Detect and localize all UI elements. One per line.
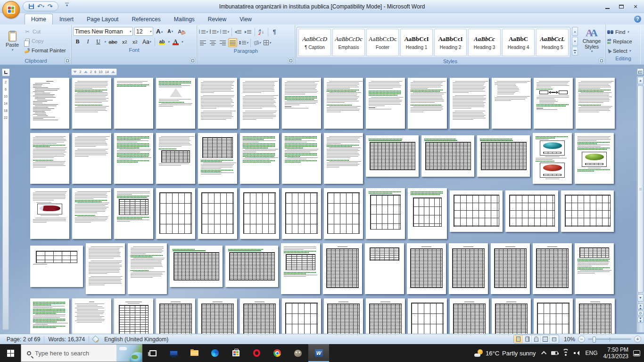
taskbar-search[interactable]: Type here to search [21, 344, 142, 362]
action-center-icon[interactable] [633, 350, 640, 356]
numbering-button[interactable]: ▾ [209, 27, 219, 36]
task-view-button[interactable] [142, 344, 163, 362]
taskbar-store[interactable] [225, 344, 246, 362]
zoom-slider[interactable] [588, 338, 631, 340]
page-thumbnail[interactable] [225, 246, 278, 287]
style-footer[interactable]: AaBbCcDcFooter [366, 29, 399, 56]
clipboard-dialog-launcher[interactable] [65, 58, 70, 64]
page-thumbnail[interactable] [240, 78, 279, 129]
tab-review[interactable]: Review [201, 14, 233, 25]
page-thumbnail[interactable] [86, 243, 125, 294]
page-thumbnail[interactable] [323, 243, 362, 294]
borders-button[interactable]: ▾ [263, 38, 272, 47]
multilevel-list-button[interactable]: ▾ [220, 27, 230, 36]
taskbar-file-explorer[interactable] [184, 344, 205, 362]
sort-button[interactable]: AZ↓ [257, 27, 266, 36]
page-thumbnail[interactable] [366, 78, 405, 129]
find-button[interactable]: Find▾ [607, 28, 639, 36]
page-thumbnail[interactable] [170, 246, 223, 287]
line-spacing-button[interactable]: ▲▼▾ [238, 38, 248, 47]
select-browse-object-button[interactable] [637, 311, 644, 316]
increase-indent-button[interactable] [244, 27, 253, 36]
zoom-in-button[interactable]: + [634, 336, 641, 343]
tray-expand-chevron-icon[interactable] [541, 351, 546, 356]
page-thumbnail[interactable] [533, 243, 572, 294]
vertical-scrollbar[interactable]: ▲ ▼ ▲▲ ▼▼ [636, 76, 644, 332]
style-heading-3[interactable]: AaBbCcHeading 3 [468, 29, 501, 56]
page-thumbnail[interactable] [30, 78, 69, 129]
taskbar-this-pc[interactable] [163, 344, 184, 362]
align-center-button[interactable] [208, 38, 217, 47]
page-thumbnail[interactable] [366, 135, 419, 177]
bold-button[interactable]: B [73, 37, 82, 46]
underline-button[interactable]: U [94, 37, 103, 46]
word-count[interactable]: Words: 16,374 [45, 336, 88, 343]
page-thumbnail[interactable] [576, 78, 615, 129]
taskbar-chrome[interactable] [267, 344, 288, 362]
text-highlight-button[interactable]: ab [157, 37, 166, 46]
page-thumbnail[interactable] [408, 298, 447, 334]
page-thumbnail[interactable] [492, 298, 531, 334]
outline-view-button[interactable] [541, 335, 550, 343]
styles-scroll-up-button[interactable]: ▲ [572, 27, 578, 36]
volume-icon[interactable] [574, 351, 580, 355]
maximize-button[interactable] [615, 2, 628, 11]
page-thumbnail[interactable] [421, 135, 474, 177]
style-heading-4[interactable]: AaBbCHeading 4 [502, 29, 535, 56]
page-thumbnail[interactable] [450, 78, 489, 129]
page-thumbnail[interactable] [114, 298, 153, 334]
font-dialog-launcher[interactable] [190, 58, 196, 64]
vertical-ruler[interactable]: 2 6 10 14 18 22 [2, 78, 9, 330]
tab-mailings[interactable]: Mailings [167, 14, 201, 25]
page-thumbnail[interactable] [491, 243, 530, 294]
style-heading-2[interactable]: AaBbCcIHeading 2 [434, 29, 467, 56]
page-thumbnail[interactable] [365, 243, 404, 294]
page-thumbnail[interactable] [366, 188, 405, 239]
full-screen-reading-button[interactable] [523, 335, 532, 343]
page-thumbnail[interactable] [240, 188, 279, 239]
align-right-button[interactable] [218, 38, 227, 47]
page-thumbnail[interactable] [72, 188, 111, 239]
page-thumbnail[interactable] [324, 298, 363, 334]
start-button[interactable] [0, 344, 21, 362]
page-thumbnail[interactable] [408, 188, 447, 239]
style-caption[interactable]: AaBbCcD¶ Caption [298, 29, 331, 56]
page-thumbnail[interactable] [492, 78, 531, 129]
page-thumbnail[interactable] [366, 298, 405, 334]
page-thumbnail[interactable] [576, 298, 615, 334]
page-thumbnail[interactable] [534, 78, 573, 129]
zoom-slider-thumb[interactable] [593, 337, 596, 343]
page-thumbnail[interactable] [477, 135, 530, 177]
clear-formatting-button[interactable]: Aa [177, 27, 186, 36]
page-thumbnail[interactable] [282, 133, 321, 184]
page-thumbnail[interactable] [156, 188, 195, 239]
page-thumbnail[interactable] [72, 133, 111, 184]
style-emphasis[interactable]: AaBbCcDcEmphasis [332, 29, 365, 56]
proofing-status-icon[interactable] [92, 336, 99, 342]
help-button[interactable]: ? [634, 16, 641, 23]
tab-page-layout[interactable]: Page Layout [80, 14, 125, 25]
page-thumbnail[interactable] [30, 246, 83, 287]
taskbar-clock[interactable]: 7:50 PM 4/13/2023 [603, 346, 628, 360]
page-thumbnail[interactable] [240, 298, 279, 334]
replace-button[interactable]: abacReplace [607, 37, 639, 45]
zoom-out-button[interactable]: − [578, 336, 585, 343]
page-thumbnail[interactable] [156, 78, 195, 129]
copy-button[interactable]: Copy [23, 37, 67, 45]
show-hide-marks-button[interactable]: ¶ [270, 27, 279, 36]
page-thumbnail[interactable] [575, 243, 614, 294]
page-thumbnail[interactable] [282, 188, 321, 239]
page-thumbnail[interactable] [72, 298, 111, 334]
styles-dialog-launcher[interactable] [599, 58, 604, 64]
taskbar-edge[interactable] [205, 344, 225, 362]
strikethrough-button[interactable]: abe [107, 37, 119, 46]
styles-scroll-down-button[interactable]: ▼ [572, 37, 578, 46]
page-thumbnail[interactable] [575, 133, 614, 184]
font-size-combo[interactable]: 12▾ [134, 27, 153, 36]
page-thumbnail[interactable] [282, 298, 321, 334]
draft-view-button[interactable] [550, 335, 559, 343]
page-thumbnail[interactable] [198, 188, 237, 239]
paste-button[interactable]: Paste ▾ [2, 26, 23, 57]
shading-button[interactable]: ▾ [253, 38, 262, 47]
language-button[interactable]: ENG [585, 350, 599, 356]
